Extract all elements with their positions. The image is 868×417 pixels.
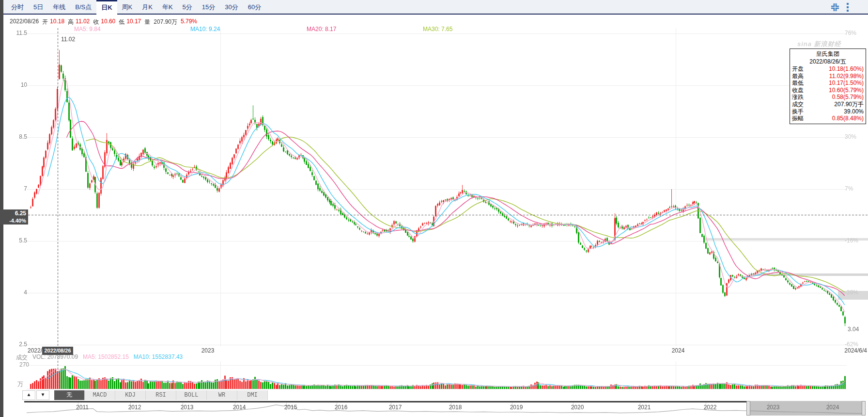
indicator-down-button[interactable]: ▼ xyxy=(36,390,49,400)
info-row-value: 10.60(5.79%) xyxy=(829,87,864,94)
info-row-value: 0.58(5.79%) xyxy=(832,94,864,101)
x-axis-label: 2024/6/4 xyxy=(844,347,867,354)
toolbar-tab-5[interactable]: 周K xyxy=(117,0,138,15)
high-price-annotation: 11.02 xyxy=(61,36,75,43)
toolbar-tab-9[interactable]: 15分 xyxy=(197,0,220,15)
info-row: 最低10.17(1.50%) xyxy=(790,80,866,87)
ohlc-field-label: 收 xyxy=(93,18,99,26)
change-percent: 5.79% xyxy=(181,18,197,26)
toolbar-tab-1[interactable]: 5日 xyxy=(29,0,48,15)
volume-label: 量 xyxy=(144,18,150,26)
info-row: 换手39.00% xyxy=(790,108,866,115)
kebab-menu-icon[interactable] xyxy=(846,2,850,12)
toolbar-tab-6[interactable]: 月K xyxy=(137,0,157,15)
percent-axis-label: 76% xyxy=(845,30,868,36)
toolbar-tab-11[interactable]: 60分 xyxy=(243,0,266,15)
indicator-bar: ▲ ▼ 无MACDKDJRSIBOLLWRDMI xyxy=(22,390,268,400)
navigator-right-handle[interactable] xyxy=(862,401,866,416)
navigator-year-label: 2017 xyxy=(389,404,402,411)
ohlc-field-label: 开 xyxy=(42,18,48,26)
ma-value-1: MA10: 9.24 xyxy=(190,26,220,32)
toolbar-tab-3[interactable]: B/S点 xyxy=(70,0,96,15)
price-axis-label: 4 xyxy=(6,289,27,296)
navigator-year-label: 2022 xyxy=(704,404,717,411)
volume-axis-unit: 万 xyxy=(17,380,23,388)
navigator-year-label: 2021 xyxy=(638,404,651,411)
percent-axis-label: -16% xyxy=(845,237,868,244)
ohlc-field: 低10.17 xyxy=(119,18,141,26)
info-row-label: 最高 xyxy=(792,73,804,80)
navigator-left-handle[interactable] xyxy=(746,401,750,416)
crosshair-date-tooltip: 2022/08/26 xyxy=(42,347,73,355)
indicator-tab-BOLL[interactable]: BOLL xyxy=(176,390,207,400)
navigator-top-border xyxy=(24,401,750,402)
collapse-fullscreen-icon[interactable] xyxy=(830,2,840,12)
panel-rows: 开盘10.18(1.60%)最高11.02(9.98%)最低10.17(1.50… xyxy=(790,65,866,122)
crosshair-change: -4.40% xyxy=(0,217,26,224)
info-row: 成交207.90万手 xyxy=(790,101,866,108)
info-row-value: 11.02(9.98%) xyxy=(829,73,864,80)
percent-axis-label: 7% xyxy=(845,185,868,192)
indicator-tab-MACD[interactable]: MACD xyxy=(85,390,115,400)
ohlc-field-value: 10.17 xyxy=(126,18,141,26)
indicator-tab-WR[interactable]: WR xyxy=(207,390,237,400)
navigator-year-label: 2016 xyxy=(335,404,348,411)
ma-value-0: MA5: 9.84 xyxy=(74,26,101,32)
toolbar-tab-4[interactable]: 日K xyxy=(96,0,117,16)
stock-name: 皇氏集团 xyxy=(790,50,866,58)
navigator-year-label: 2015 xyxy=(284,404,297,411)
info-row-label: 成交 xyxy=(792,101,804,108)
ohlc-field-value: 11.02 xyxy=(76,18,90,26)
vol-ma10: MA10: 1552837.43 xyxy=(134,353,183,362)
ohlc-date: 2022/08/26 xyxy=(10,18,39,26)
toolbar-tab-7[interactable]: 年K xyxy=(157,0,178,15)
ohlc-field-label: 低 xyxy=(119,18,124,26)
info-row-value: 10.17(1.50%) xyxy=(829,80,864,87)
navigator-year-label: 2019 xyxy=(510,404,523,411)
info-row-value: 39.00% xyxy=(844,108,864,115)
indicator-tab-RSI[interactable]: RSI xyxy=(146,390,176,400)
crosshair-price-tooltip: 6.25 -4.40% xyxy=(0,209,28,225)
price-axis-label: 10 xyxy=(6,81,27,88)
volume-axis-max: 270 xyxy=(15,361,29,368)
percent-axis-label: -39% xyxy=(845,289,868,296)
navigator-year-label: 2014 xyxy=(233,404,246,411)
info-row: 开盘10.18(1.60%) xyxy=(790,65,866,73)
info-row-value: 0.85(8.48%) xyxy=(832,115,864,122)
price-axis-label: 8.5 xyxy=(6,133,27,140)
info-row-value: 207.90万手 xyxy=(834,101,864,108)
indicator-tab-KDJ[interactable]: KDJ xyxy=(115,390,146,400)
indicator-tabs: 无MACDKDJRSIBOLLWRDMI xyxy=(54,390,268,400)
ohlc-field-value: 10.18 xyxy=(50,18,64,26)
toolbar-icons xyxy=(830,2,850,12)
low-price-annotation: 3.04 xyxy=(848,326,859,333)
navigator-year-label: 2012 xyxy=(128,404,141,411)
info-row: 振幅0.85(8.48%) xyxy=(790,115,866,122)
volume-value: 207.90万 xyxy=(154,18,177,26)
toolbar-tab-0[interactable]: 分时 xyxy=(6,0,29,15)
ohlc-field: 高11.02 xyxy=(68,18,90,26)
info-row-label: 换手 xyxy=(792,108,804,115)
info-row: 涨跌0.58(5.79%) xyxy=(790,94,866,101)
toolbar-tab-10[interactable]: 30分 xyxy=(220,0,243,15)
panel-date: 2022/08/26/五 xyxy=(790,58,866,65)
ohlc-field: 收10.60 xyxy=(93,18,115,26)
info-row-value: 10.18(1.60%) xyxy=(829,65,864,73)
toolbar-tab-8[interactable]: 5分 xyxy=(178,0,197,15)
ohlc-fields: 开10.18高11.02收10.60低10.17 xyxy=(42,18,141,26)
x-axis-label: 2024 xyxy=(672,347,685,354)
indicator-up-button[interactable]: ▲ xyxy=(22,390,35,400)
indicator-tab-无[interactable]: 无 xyxy=(54,390,85,400)
vol-ma5: MA5: 1502852.15 xyxy=(83,353,129,362)
period-tabs: 分时5日年线B/S点日K周K月K年K5分15分30分60分 xyxy=(6,0,266,15)
ohlc-field: 开10.18 xyxy=(42,18,64,26)
indicator-tab-DMI[interactable]: DMI xyxy=(237,390,268,400)
ma-value-2: MA20: 8.17 xyxy=(307,26,336,32)
info-row-label: 最低 xyxy=(792,80,804,87)
volume-header: 成交 VOL: 2078970.09 MA5: 1502852.15 MA10:… xyxy=(16,353,183,362)
volume-pane-label: 成交 xyxy=(16,353,28,362)
navigator-selection[interactable] xyxy=(750,401,862,416)
toolbar-tab-2[interactable]: 年线 xyxy=(48,0,70,15)
ma-value-3: MA30: 7.65 xyxy=(423,26,452,32)
info-row-label: 涨跌 xyxy=(792,94,804,101)
